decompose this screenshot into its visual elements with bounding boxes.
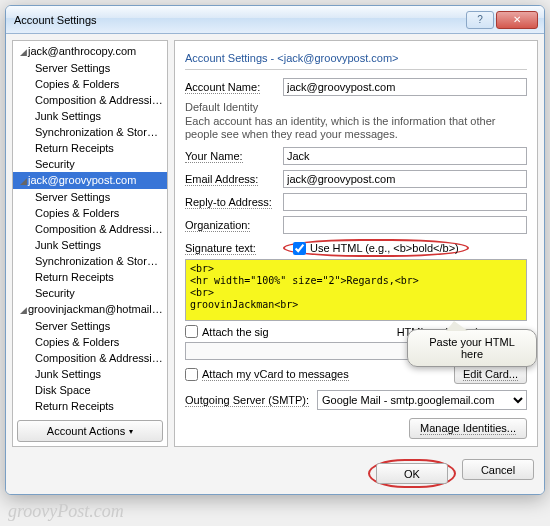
tree-subitem[interactable]: Security [13,414,167,416]
edit-card-button[interactable]: Edit Card... [454,364,527,384]
cancel-button[interactable]: Cancel [462,459,534,480]
tree-subitem[interactable]: Security [13,156,167,172]
tree-subitem[interactable]: Copies & Folders [13,205,167,221]
tree-subitem[interactable]: Copies & Folders [13,76,167,92]
dialog-footer: OK Cancel [6,453,544,494]
help-button[interactable]: ? [466,11,494,29]
window-title: Account Settings [12,14,466,26]
tree-account[interactable]: ◢jack@anthrocopy.com [13,43,167,60]
reply-to-label: Reply-to Address: [185,196,277,208]
manage-identities-button[interactable]: Manage Identities... [409,418,527,439]
email-address-label: Email Address: [185,173,277,185]
your-name-label: Your Name: [185,150,277,162]
titlebar[interactable]: Account Settings ? ✕ [6,6,544,34]
account-tree-sidebar: ◢jack@anthrocopy.comServer SettingsCopie… [12,40,168,447]
attach-vcard-label: Attach my vCard to messages [202,368,349,380]
tree-subitem[interactable]: Server Settings [13,318,167,334]
panel-heading: Account Settings - <jack@groovypost.com> [185,49,527,70]
identity-description: Each account has an identity, which is t… [185,115,527,141]
tree-subitem[interactable]: Junk Settings [13,108,167,124]
tree-subitem[interactable]: Synchronization & Storage [13,253,167,269]
your-name-input[interactable] [283,147,527,165]
reply-to-input[interactable] [283,193,527,211]
tree-subitem[interactable]: Composition & Addressing [13,350,167,366]
account-tree[interactable]: ◢jack@anthrocopy.comServer SettingsCopie… [13,41,167,416]
tree-subitem[interactable]: Junk Settings [13,237,167,253]
tree-account[interactable]: ◢groovinjackman@hotmail.c... [13,301,167,318]
tree-subitem[interactable]: Server Settings [13,60,167,76]
tree-subitem[interactable]: Security [13,285,167,301]
signature-textarea[interactable]: <br><hr width="100%" size="2">Regards,<b… [185,259,527,321]
attach-signature-label-part1: Attach the sig [202,326,269,338]
use-html-checkbox[interactable] [293,242,306,255]
smtp-select[interactable]: Google Mail - smtp.googlemail.com [317,390,527,410]
attach-signature-file-checkbox[interactable] [185,325,198,338]
dropdown-icon: ▾ [129,427,133,436]
tree-subitem[interactable]: Copies & Folders [13,334,167,350]
watermark: groovyPost.com [8,501,124,522]
use-html-highlight: Use HTML (e.g., <b>bold</b>) [283,239,469,257]
account-settings-panel: Account Settings - <jack@groovypost.com>… [174,40,538,447]
ok-highlight: OK [368,459,456,488]
attach-vcard-checkbox[interactable] [185,368,198,381]
tree-subitem[interactable]: Return Receipts [13,398,167,414]
tree-subitem[interactable]: Disk Space [13,382,167,398]
smtp-label: Outgoing Server (SMTP): [185,394,311,406]
tree-subitem[interactable]: Junk Settings [13,366,167,382]
account-actions-button[interactable]: Account Actions ▾ [17,420,163,442]
ok-button[interactable]: OK [376,463,448,484]
organization-input[interactable] [283,216,527,234]
signature-text-label: Signature text: [185,242,277,254]
tree-subitem[interactable]: Composition & Addressing [13,221,167,237]
account-name-label: Account Name: [185,81,277,93]
use-html-label: Use HTML (e.g., <b>bold</b>) [310,242,459,254]
close-button[interactable]: ✕ [496,11,538,29]
account-name-input[interactable] [283,78,527,96]
default-identity-label: Default Identity [185,101,527,113]
account-settings-window: Account Settings ? ✕ ◢jack@anthrocopy.co… [5,5,545,495]
tree-subitem[interactable]: Server Settings [13,189,167,205]
organization-label: Organization: [185,219,277,231]
tree-subitem[interactable]: Composition & Addressing [13,92,167,108]
tree-subitem[interactable]: Synchronization & Storage [13,124,167,140]
annotation-callout: Paste your HTML here [407,329,537,367]
email-address-input[interactable] [283,170,527,188]
tree-subitem[interactable]: Return Receipts [13,140,167,156]
tree-account[interactable]: ◢jack@groovypost.com [13,172,167,189]
tree-subitem[interactable]: Return Receipts [13,269,167,285]
